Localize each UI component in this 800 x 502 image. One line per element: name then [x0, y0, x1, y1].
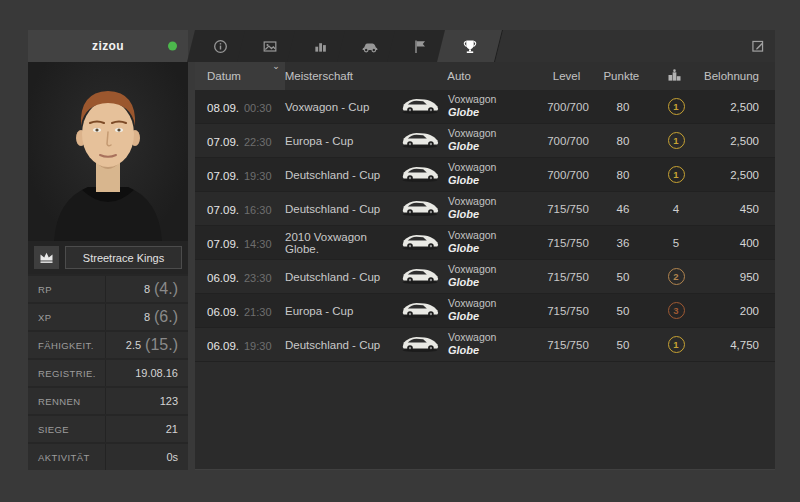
car-names: VoxwagonGlobe	[448, 195, 496, 222]
column-header-level[interactable]: Level	[535, 70, 599, 82]
tab-garage[interactable]	[345, 30, 395, 62]
race-date: 06.09.	[207, 272, 239, 284]
points-cell: 46	[600, 203, 646, 215]
team-name-link[interactable]: Streetrace Kings	[65, 246, 182, 269]
stat-label: FÄHIGKEIT.	[38, 340, 94, 351]
rank-medal-badge: 1	[668, 98, 685, 115]
table-row[interactable]: 07.09.22:30Europa - CupVoxwagonGlobe700/…	[195, 124, 775, 158]
table-row[interactable]: 08.09.00:30Voxwagon - CupVoxwagonGlobe70…	[195, 90, 775, 124]
car-thumbnail-icon	[400, 264, 440, 289]
table-row[interactable]: 06.09.19:30Deutschland - CupVoxwagonGlob…	[195, 328, 775, 362]
date-cell: 07.09.22:30	[195, 132, 285, 150]
sort-caret-icon: ⌄	[272, 61, 280, 71]
reward-cell: 2,500	[706, 135, 775, 147]
car-model: Globe	[448, 208, 496, 222]
championship-cell: 2010 Voxwagon Globe.	[285, 231, 400, 255]
car-cell: VoxwagonGlobe	[400, 195, 536, 222]
reward-cell: 450	[706, 203, 775, 215]
date-cell: 08.09.00:30	[195, 98, 285, 116]
tab-info[interactable]	[195, 30, 245, 62]
car-model: Globe	[448, 276, 496, 290]
column-header-datum[interactable]: Datum ⌄	[195, 62, 285, 90]
level-cell: 715/750	[536, 271, 600, 283]
column-header-auto[interactable]: Auto	[399, 70, 534, 82]
table-row[interactable]: 07.09.14:302010 Voxwagon Globe.VoxwagonG…	[195, 226, 775, 260]
tab-statistics[interactable]	[295, 30, 345, 62]
podium-icon	[668, 69, 681, 83]
car-make: Voxwagon	[448, 263, 496, 276]
rank-cell: 5	[646, 237, 706, 249]
table-row[interactable]: 07.09.19:30Deutschland - CupVoxwagonGlob…	[195, 158, 775, 192]
stat-row: RENNEN123	[28, 388, 188, 414]
championship-cell: Deutschland - Cup	[285, 203, 400, 215]
race-time: 00:30	[244, 102, 272, 114]
stat-value: 21	[166, 423, 178, 435]
championship-cell: Voxwagon - Cup	[285, 101, 400, 113]
race-time: 23:30	[244, 272, 272, 284]
edit-icon[interactable]	[751, 30, 765, 62]
results-table-body: 08.09.00:30Voxwagon - CupVoxwagonGlobe70…	[195, 90, 775, 362]
championship-cell: Deutschland - Cup	[285, 339, 400, 351]
column-header-punkte[interactable]: Punkte	[598, 70, 644, 82]
race-time: 16:30	[244, 204, 272, 216]
race-date: 06.09.	[207, 306, 239, 318]
championship-cell: Deutschland - Cup	[285, 271, 400, 283]
tab-bar	[195, 30, 775, 62]
car-model: Globe	[448, 106, 496, 120]
column-header-belohnung[interactable]: Belohnung	[704, 70, 775, 82]
points-cell: 50	[600, 305, 646, 317]
race-time: 22:30	[244, 136, 272, 148]
player-sidebar: zizou Streetr	[28, 30, 188, 470]
car-icon	[345, 30, 395, 62]
car-thumbnail-icon	[400, 162, 440, 187]
tab-gallery[interactable]	[245, 30, 295, 62]
rank-cell: 4	[646, 203, 706, 215]
stat-value: 19.08.16	[135, 367, 178, 379]
image-icon	[245, 30, 295, 62]
table-row[interactable]: 06.09.23:30Deutschland - CupVoxwagonGlob…	[195, 260, 775, 294]
stat-label: RP	[38, 284, 52, 295]
car-thumbnail-icon	[400, 196, 440, 221]
car-cell: VoxwagonGlobe	[400, 229, 536, 256]
stat-label: SIEGE	[38, 424, 69, 435]
column-header-meisterschaft[interactable]: Meisterschaft	[285, 70, 400, 82]
info-icon	[195, 30, 245, 62]
table-row[interactable]: 07.09.16:30Deutschland - CupVoxwagonGlob…	[195, 192, 775, 226]
car-thumbnail-icon	[400, 332, 440, 357]
crown-icon	[34, 246, 59, 269]
column-header-rank[interactable]	[644, 69, 704, 83]
points-cell: 80	[600, 169, 646, 181]
stat-value: 8	[144, 311, 150, 323]
flag-icon	[395, 30, 445, 62]
points-cell: 36	[600, 237, 646, 249]
car-names: VoxwagonGlobe	[448, 161, 496, 188]
championship-cell: Europa - Cup	[285, 305, 400, 317]
stat-row: REGISTRIE.19.08.16	[28, 360, 188, 386]
car-thumbnail-icon	[400, 128, 440, 153]
car-make: Voxwagon	[448, 331, 496, 344]
rank-medal-badge: 1	[668, 336, 685, 353]
tab-championships[interactable]	[445, 30, 495, 62]
level-cell: 715/750	[536, 203, 600, 215]
reward-cell: 400	[706, 237, 775, 249]
car-cell: VoxwagonGlobe	[400, 127, 536, 154]
online-status-icon	[168, 42, 177, 51]
car-model: Globe	[448, 344, 496, 358]
level-cell: 715/750	[536, 339, 600, 351]
table-header: Datum ⌄ Meisterschaft Auto Level Punkte …	[195, 62, 775, 90]
date-cell: 06.09.23:30	[195, 268, 285, 286]
race-date: 07.09.	[207, 136, 239, 148]
car-model: Globe	[448, 140, 496, 154]
car-make: Voxwagon	[448, 161, 496, 174]
championship-cell: Deutschland - Cup	[285, 169, 400, 181]
points-cell: 80	[600, 101, 646, 113]
car-model: Globe	[448, 242, 496, 256]
table-row[interactable]: 06.09.21:30Europa - CupVoxwagonGlobe715/…	[195, 294, 775, 328]
level-cell: 715/750	[536, 305, 600, 317]
stat-row: AKTIVITÄT0s	[28, 444, 188, 470]
rank-cell: 1	[646, 98, 706, 115]
column-label: Datum	[207, 70, 241, 82]
level-cell: 700/700	[536, 169, 600, 181]
tab-races[interactable]	[395, 30, 445, 62]
car-cell: VoxwagonGlobe	[400, 263, 536, 290]
